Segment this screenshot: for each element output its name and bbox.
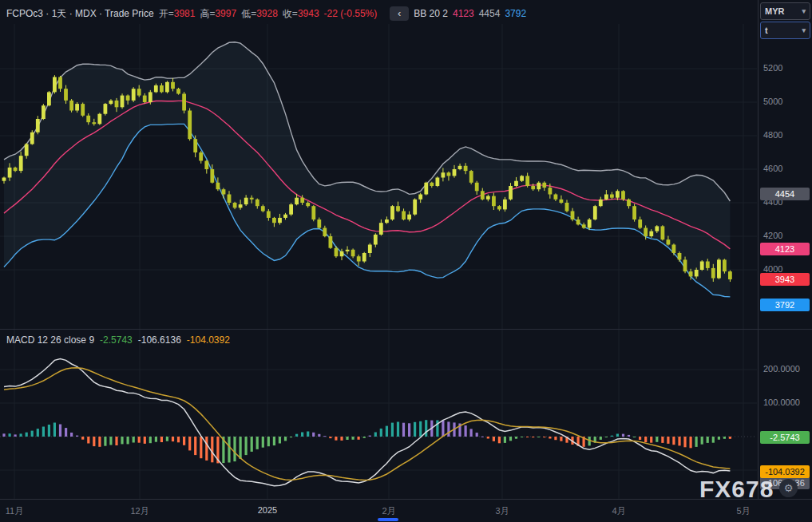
price-chart-pane[interactable] <box>0 24 757 329</box>
bb-lower-value: 3792 <box>505 8 526 19</box>
currency-select[interactable]: MYR ▾ <box>760 2 810 20</box>
unit-select[interactable]: t ▾ <box>760 22 810 39</box>
price-axis-tag: 3943 <box>760 273 810 286</box>
trading-chart-app: FCPOc3 · 1天 · MDX · Trade Price 开=3981 高… <box>0 0 812 522</box>
price-axis-column[interactable]: MYR ▾ t ▾ 520050004800460044004200400020… <box>758 0 812 522</box>
unit-label: t <box>765 26 768 35</box>
macd-indicator-pane[interactable] <box>0 330 757 499</box>
time-axis-label: 2025 <box>252 505 283 515</box>
macd-axis-tag: -2.5743 <box>760 431 810 444</box>
time-axis-label: 4月 <box>603 505 635 517</box>
price-tick-label: 4800 <box>763 130 782 140</box>
chart-legend: FCPOc3 · 1天 · MDX · Trade Price 开=3981 高… <box>6 6 526 21</box>
pane-separator[interactable] <box>0 329 812 330</box>
macd-signal-value: -104.0392 <box>187 334 230 346</box>
time-axis-label: 12月 <box>124 505 156 517</box>
scrollbar-thumb[interactable] <box>378 518 398 521</box>
price-tick-label: 4600 <box>763 164 782 173</box>
collapse-panel-button[interactable]: ‹ <box>390 6 409 21</box>
bb-basis-value: 4123 <box>453 8 474 19</box>
time-axis-label: 11月 <box>0 505 30 517</box>
chevron-left-icon: ‹ <box>398 7 401 19</box>
price-axis-tag: 4454 <box>760 188 810 200</box>
currency-label: MYR <box>765 6 784 16</box>
time-axis-label: 2月 <box>373 505 405 517</box>
settings-gear-button[interactable]: ⚙ <box>779 479 798 497</box>
price-axis-tag: 4123 <box>760 243 810 255</box>
gear-icon: ⚙ <box>784 482 794 494</box>
price-tick-label: 4200 <box>763 231 782 240</box>
macd-line-value: -106.6136 <box>138 334 181 346</box>
ohlc-high: 高=3997 <box>200 7 236 21</box>
chevron-down-icon: ▾ <box>802 26 806 34</box>
time-axis[interactable]: 11月12月20252月3月4月5月 <box>0 499 812 522</box>
bb-upper-value: 4454 <box>479 8 501 19</box>
price-axis-tag: 3792 <box>760 299 810 311</box>
macd-hist-value: -2.5743 <box>100 334 133 346</box>
price-tick-label: 5000 <box>763 97 782 106</box>
macd-tick-label: 100.0000 <box>763 397 800 407</box>
time-axis-label: 5月 <box>727 505 759 517</box>
ohlc-low: 低=3928 <box>241 7 278 21</box>
ohlc-open: 开=3981 <box>159 7 196 21</box>
macd-indicator-title[interactable]: MACD 12 26 close 9 <box>6 334 94 346</box>
bb-indicator-title[interactable]: BB 20 2 <box>414 8 448 19</box>
ohlc-close: 收=3943 <box>283 7 319 21</box>
price-tick-label: 5200 <box>763 63 782 73</box>
time-axis-label: 3月 <box>486 505 518 517</box>
symbol-title[interactable]: FCPOc3 · 1天 · MDX · Trade Price <box>6 7 154 21</box>
chevron-down-icon: ▾ <box>802 7 806 15</box>
change-value: -22 (-0.55%) <box>324 8 378 19</box>
watermark: FX678 <box>699 476 774 503</box>
macd-tick-label: 200.0000 <box>763 364 800 374</box>
macd-legend: MACD 12 26 close 9 -2.5743 -106.6136 -10… <box>6 334 230 346</box>
